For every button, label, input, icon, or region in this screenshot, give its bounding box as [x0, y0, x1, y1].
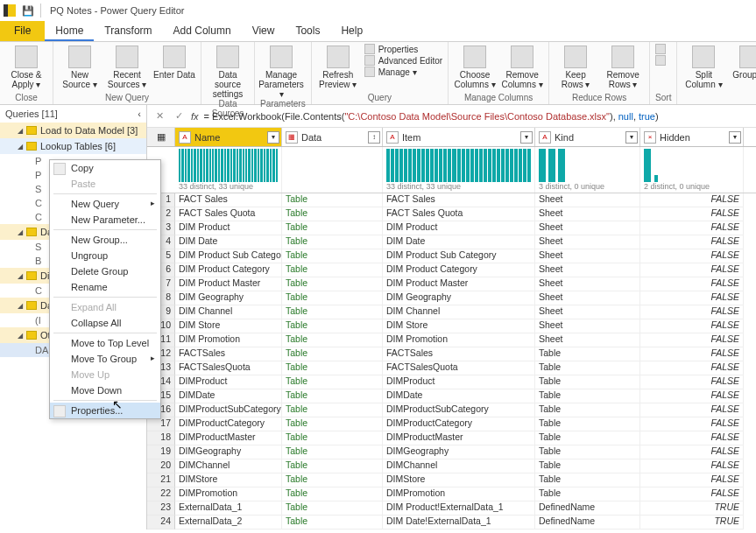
row-number[interactable]: 19 [147, 445, 175, 459]
menu-item-rename[interactable]: Rename [50, 279, 160, 295]
tab-help[interactable]: Help [330, 21, 373, 41]
column-header-data[interactable]: ▦Data↕ [282, 128, 383, 146]
table-row[interactable]: 9 DIM Channel Table DIM Channel Sheet FA… [147, 305, 756, 319]
column-header-hidden[interactable]: ×Hidden▾ [640, 128, 744, 146]
sort-asc-button[interactable] [655, 44, 666, 54]
text-type-icon[interactable]: A [386, 131, 399, 144]
folder-load-to-model[interactable]: ◢Load to Data Model [3] [0, 123, 146, 138]
menu-item-new-query[interactable]: New Query [50, 196, 160, 212]
menu-item-new-group-[interactable]: New Group... [50, 232, 160, 248]
collapse-panel-icon[interactable]: ‹ [138, 109, 141, 119]
row-number[interactable]: 18 [147, 431, 175, 445]
cell-data[interactable]: Table [282, 305, 383, 319]
cell-data[interactable]: Table [282, 221, 383, 235]
tab-file[interactable]: File [0, 21, 45, 41]
filter-dropdown-icon[interactable]: ▾ [625, 131, 638, 144]
cell-data[interactable]: Table [282, 403, 383, 417]
cell-data[interactable]: Table [282, 193, 383, 207]
split-column-button[interactable]: Split Column ▾ [682, 44, 724, 89]
tab-tools[interactable]: Tools [285, 21, 330, 41]
table-row[interactable]: 11 DIM Promotion Table DIM Promotion She… [147, 333, 756, 347]
menu-item-copy[interactable]: Copy [50, 160, 160, 176]
menu-item-properties-[interactable]: Properties... [50, 403, 160, 418]
formula-text[interactable]: = Excel.Workbook(File.Contents("C:\Conto… [204, 111, 751, 122]
table-row[interactable]: 13 FACTSalesQuota Table FACTSalesQuota T… [147, 361, 756, 375]
cell-data[interactable]: Table [282, 459, 383, 473]
tab-home[interactable]: Home [45, 21, 94, 41]
cell-data[interactable]: Table [282, 207, 383, 221]
sort-desc-button[interactable] [655, 55, 666, 66]
cell-data[interactable]: Table [282, 375, 383, 389]
group-by-button[interactable]: Group By [730, 44, 756, 80]
table-row[interactable]: 1 FACT Sales Table FACT Sales Sheet FALS… [147, 193, 756, 207]
save-icon[interactable]: 💾 [19, 2, 37, 19]
table-row[interactable]: 16 DIMProductSubCategory Table DIMProduc… [147, 403, 756, 417]
cell-data[interactable]: Table [282, 431, 383, 445]
table-row[interactable]: 14 DIMProduct Table DIMProduct Table FAL… [147, 375, 756, 389]
cell-data[interactable]: Table [282, 319, 383, 333]
cell-data[interactable]: Table [282, 249, 383, 263]
tab-add-column[interactable]: Add Column [163, 21, 242, 41]
cell-data[interactable]: Table [282, 417, 383, 431]
menu-item-ungroup[interactable]: Ungroup [50, 248, 160, 263]
table-row[interactable]: 19 DIMGeography Table DIMGeography Table… [147, 445, 756, 459]
choose-columns-button[interactable]: Choose Columns ▾ [454, 44, 496, 89]
filter-dropdown-icon[interactable]: ▾ [729, 131, 741, 144]
bool-type-icon[interactable]: × [644, 131, 656, 144]
filter-dropdown-icon[interactable]: ▾ [267, 131, 279, 144]
table-row[interactable]: 8 DIM Geography Table DIM Geography Shee… [147, 291, 756, 305]
menu-item-move-to-top-level[interactable]: Move to Top Level [50, 335, 160, 351]
table-row[interactable]: 12 FACTSales Table FACTSales Table FALSE [147, 347, 756, 361]
table-row[interactable]: 15 DIMDate Table DIMDate Table FALSE [147, 389, 756, 403]
new-source-button[interactable]: New Source ▾ [59, 44, 101, 89]
cell-data[interactable]: Table [282, 389, 383, 403]
cell-data[interactable]: Table [282, 235, 383, 249]
menu-item-delete-group[interactable]: Delete Group [50, 263, 160, 279]
table-row[interactable]: 22 DIMPromotion Table DIMPromotion Table… [147, 487, 756, 501]
accept-formula-icon[interactable]: ✓ [172, 109, 186, 123]
table-row[interactable]: 21 DIMStore Table DIMStore Table FALSE [147, 473, 756, 487]
table-row[interactable]: 6 DIM Product Category Table DIM Product… [147, 263, 756, 277]
table-row[interactable]: 2 FACT Sales Quota Table FACT Sales Quot… [147, 207, 756, 221]
remove-rows-button[interactable]: Remove Rows ▾ [602, 44, 644, 89]
text-type-icon[interactable]: A [539, 131, 551, 144]
cell-data[interactable]: Table [282, 501, 383, 515]
table-row[interactable]: 17 DIMProductCategory Table DIMProductCa… [147, 417, 756, 431]
row-number[interactable]: 20 [147, 459, 175, 473]
menu-item-move-down[interactable]: Move Down [50, 382, 160, 398]
keep-rows-button[interactable]: Keep Rows ▾ [555, 44, 597, 89]
remove-columns-button[interactable]: Remove Columns ▾ [501, 44, 543, 89]
advanced-editor-button[interactable]: Advanced Editor [364, 55, 442, 66]
manage-button[interactable]: Manage ▾ [364, 67, 442, 77]
manage-parameters-button[interactable]: Manage Parameters ▾ [260, 44, 302, 99]
cancel-formula-icon[interactable]: ✕ [152, 109, 166, 123]
cell-data[interactable]: Table [282, 515, 383, 529]
table-row[interactable]: 18 DIMProductMaster Table DIMProductMast… [147, 431, 756, 445]
column-header-item[interactable]: AItem▾ [383, 128, 535, 146]
row-number[interactable]: 17 [147, 417, 175, 431]
cell-data[interactable]: Table [282, 347, 383, 361]
row-number[interactable]: 22 [147, 487, 175, 501]
column-header-name[interactable]: AName▾ [175, 128, 282, 146]
column-header-kind[interactable]: AKind▾ [535, 128, 640, 146]
cell-data[interactable]: Table [282, 333, 383, 347]
data-source-settings-button[interactable]: Data source settings [207, 44, 249, 99]
cell-data[interactable]: Table [282, 361, 383, 375]
table-row[interactable]: 7 DIM Product Master Table DIM Product M… [147, 277, 756, 291]
menu-item-collapse-all[interactable]: Collapse All [50, 315, 160, 331]
table-row[interactable]: 5 DIM Product Sub Category Table DIM Pro… [147, 249, 756, 263]
menu-item-new-parameter-[interactable]: New Parameter... [50, 212, 160, 228]
row-number[interactable]: 24 [147, 515, 175, 529]
properties-button[interactable]: Properties [364, 44, 442, 54]
cell-data[interactable]: Table [282, 473, 383, 487]
menu-item-move-to-group[interactable]: Move To Group [50, 351, 160, 367]
refresh-preview-button[interactable]: Refresh Preview ▾ [317, 44, 359, 89]
tab-transform[interactable]: Transform [94, 21, 162, 41]
table-row[interactable]: 4 DIM Date Table DIM Date Sheet FALSE [147, 235, 756, 249]
cell-data[interactable]: Table [282, 263, 383, 277]
cell-data[interactable]: Table [282, 445, 383, 459]
close-apply-button[interactable]: Close & Apply ▾ [5, 44, 47, 89]
row-number[interactable]: 21 [147, 473, 175, 487]
table-row[interactable]: 24 ExternalData_2 Table DIM Date!Externa… [147, 515, 756, 529]
recent-sources-button[interactable]: Recent Sources ▾ [106, 44, 148, 89]
